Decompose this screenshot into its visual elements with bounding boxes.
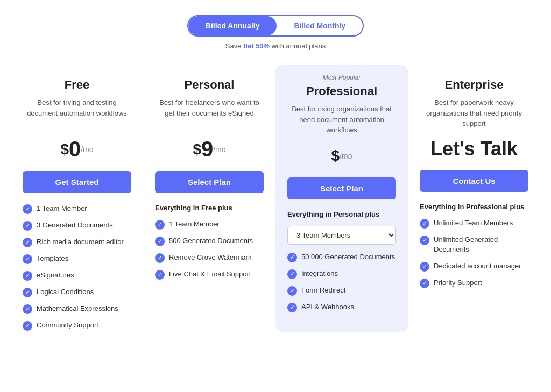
plan-professional-features-header: Everything in Personal plus [287, 210, 396, 218]
list-item: ✓eSignatures [23, 270, 131, 281]
list-item: ✓Mathematical Expressions [23, 304, 131, 314]
check-icon: ✓ [287, 303, 297, 312]
list-item: ✓50,000 Generated Documents [287, 252, 396, 262]
list-item: ✓1 Team Member [155, 219, 264, 230]
check-icon: ✓ [420, 279, 429, 288]
plan-enterprise-button[interactable]: Contact Us [420, 170, 528, 192]
list-item: ✓500 Generated Documents [155, 236, 264, 246]
plan-free-desc: Best for trying and testing document aut… [23, 97, 131, 130]
list-item: ✓Integrations [287, 269, 396, 279]
list-item: ✓Community Support [23, 320, 131, 331]
plan-enterprise-desc: Best for paperwork heavy organizations t… [420, 97, 528, 130]
check-icon: ✓ [420, 236, 429, 245]
check-icon: ✓ [420, 262, 429, 272]
list-item: ✓3 Generated Documents [23, 220, 131, 231]
team-members-dropdown[interactable]: 1 Team Member 2 Team Members 3 Team Memb… [287, 226, 396, 245]
plan-enterprise-name: Enterprise [420, 78, 528, 92]
check-icon: ✓ [23, 221, 32, 231]
check-icon: ✓ [23, 288, 32, 297]
check-icon: ✓ [23, 304, 32, 314]
plan-professional-features: ✓50,000 Generated Documents ✓Integration… [287, 252, 396, 312]
check-icon: ✓ [420, 219, 429, 229]
plan-personal-features-header: Everything in Free plus [155, 204, 264, 212]
check-icon: ✓ [287, 253, 297, 262]
plan-enterprise-price: Let's Talk [420, 137, 528, 160]
plan-personal-price: $9/mo [155, 137, 264, 161]
list-item: ✓Dedicated account manager [420, 261, 528, 272]
list-item: ✓Form Redirect [287, 286, 396, 296]
check-icon: ✓ [23, 254, 32, 264]
list-item: ✓Rich media document editor [23, 237, 131, 247]
plan-free-price: $0/mo [23, 137, 131, 161]
plan-personal-desc: Best for freelancers who want to get the… [155, 97, 264, 130]
list-item: ✓Live Chat & Email Support [155, 269, 264, 280]
plan-professional-button[interactable]: Select Plan [287, 177, 396, 199]
plan-enterprise-features-header: Everything in Professional plus [420, 203, 528, 211]
plan-professional: Most Popular Professional Best for risin… [276, 65, 408, 332]
plan-personal-name: Personal [155, 78, 264, 92]
plan-personal-button[interactable]: Select Plan [155, 171, 264, 193]
plan-free-button[interactable]: Get Started [23, 171, 131, 193]
save-text: Save flat 50% with annual plans [225, 42, 326, 50]
billed-annually-button[interactable]: Billed Annually [188, 16, 277, 35]
plan-professional-desc: Best for rising organizations that need … [287, 104, 396, 136]
plan-free-name: Free [23, 78, 131, 92]
list-item: ✓Priority Support [420, 278, 528, 288]
most-popular-badge: Most Popular [287, 74, 396, 81]
check-icon: ✓ [23, 321, 32, 331]
plan-professional-price: $/mo [287, 144, 396, 168]
list-item: ✓Unlimited Team Members [420, 218, 528, 229]
plans-container: Free Best for trying and testing documen… [11, 65, 540, 350]
check-icon: ✓ [155, 253, 165, 263]
list-item: ✓Unlimited Generated Documents [420, 235, 528, 254]
check-icon: ✓ [23, 238, 32, 247]
plan-personal-features: ✓1 Team Member ✓500 Generated Documents … [155, 219, 264, 280]
billing-toggle[interactable]: Billed Annually Billed Monthly [187, 15, 364, 37]
check-icon: ✓ [287, 286, 297, 296]
list-item: ✓Logical Conditions [23, 287, 131, 297]
plan-enterprise: Enterprise Best for paperwork heavy orga… [408, 65, 540, 308]
check-icon: ✓ [287, 269, 297, 279]
list-item: ✓API & Webhooks [287, 302, 396, 312]
list-item: ✓1 Team Member [23, 204, 131, 214]
billed-monthly-button[interactable]: Billed Monthly [277, 16, 363, 35]
plan-free-features: ✓1 Team Member ✓3 Generated Documents ✓R… [23, 204, 131, 331]
check-icon: ✓ [23, 271, 32, 281]
plan-free: Free Best for trying and testing documen… [11, 65, 143, 350]
list-item: ✓Remove Crove Watermark [155, 253, 264, 263]
plan-professional-name: Professional [287, 84, 396, 98]
plan-personal: Personal Best for freelancers who want t… [143, 65, 276, 299]
check-icon: ✓ [23, 204, 32, 214]
check-icon: ✓ [155, 220, 165, 230]
plan-enterprise-features: ✓Unlimited Team Members ✓Unlimited Gener… [420, 218, 528, 288]
check-icon: ✓ [155, 270, 165, 280]
check-icon: ✓ [155, 237, 165, 246]
list-item: ✓Templates [23, 254, 131, 264]
